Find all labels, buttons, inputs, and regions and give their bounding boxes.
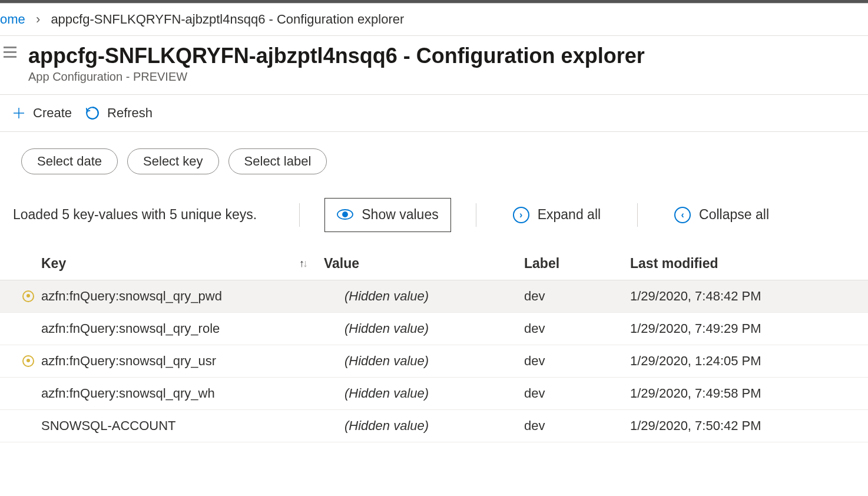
collapse-all-button[interactable]: ‹ Collapse all xyxy=(662,199,781,232)
table-row[interactable]: azfn:fnQuery:snowsql_qry_role(Hidden val… xyxy=(0,313,868,345)
cell-modified: 1/29/2020, 7:49:58 PM xyxy=(630,386,868,401)
cell-key: azfn:fnQuery:snowsql_qry_wh xyxy=(41,386,324,401)
select-key-filter[interactable]: Select key xyxy=(127,148,219,174)
create-button[interactable]: Create xyxy=(12,105,72,121)
divider xyxy=(476,203,476,227)
select-label-filter[interactable]: Select label xyxy=(228,148,327,174)
cell-label: dev xyxy=(524,418,630,434)
column-value[interactable]: Value xyxy=(324,256,524,272)
cell-value: (Hidden value) xyxy=(324,386,524,401)
eye-icon xyxy=(337,207,353,223)
cell-key: azfn:fnQuery:snowsql_qry_usr xyxy=(41,353,324,369)
keyvault-icon xyxy=(22,355,34,367)
divider xyxy=(299,203,300,227)
cell-modified: 1/29/2020, 7:50:42 PM xyxy=(630,418,868,434)
refresh-label: Refresh xyxy=(107,105,153,121)
cell-value: (Hidden value) xyxy=(324,353,524,369)
cell-label: dev xyxy=(524,353,630,369)
cell-value: (Hidden value) xyxy=(324,289,524,304)
keyvalue-table: Key ↑↓ Value Label Last modified azfn:fn… xyxy=(0,247,868,442)
status-text: Loaded 5 key-values with 5 unique keys. xyxy=(13,207,257,223)
expand-all-label: Expand all xyxy=(538,207,601,223)
column-key[interactable]: Key ↑↓ xyxy=(41,256,324,272)
create-label: Create xyxy=(33,105,72,121)
divider xyxy=(637,203,638,227)
cell-label: dev xyxy=(524,321,630,336)
collapse-all-label: Collapse all xyxy=(699,207,769,223)
column-label[interactable]: Label xyxy=(524,256,630,272)
table-row[interactable]: azfn:fnQuery:snowsql_qry_usr(Hidden valu… xyxy=(0,345,868,378)
toolbar: Create Refresh xyxy=(0,95,868,132)
chevron-right-icon: › xyxy=(513,207,529,223)
table-row[interactable]: azfn:fnQuery:snowsql_qry_pwd(Hidden valu… xyxy=(0,280,868,313)
refresh-icon xyxy=(85,105,100,121)
cell-value: (Hidden value) xyxy=(324,418,524,434)
cell-modified: 1/29/2020, 7:49:29 PM xyxy=(630,321,868,336)
page-subtitle: App Configuration - PREVIEW xyxy=(28,70,645,84)
cell-label: dev xyxy=(524,386,630,401)
show-values-button[interactable]: Show values xyxy=(324,198,450,232)
refresh-button[interactable]: Refresh xyxy=(85,105,153,121)
table-header: Key ↑↓ Value Label Last modified xyxy=(0,247,868,280)
breadcrumb-home-link[interactable]: ome xyxy=(0,12,25,27)
show-values-label: Show values xyxy=(362,207,438,223)
column-modified[interactable]: Last modified xyxy=(630,256,868,272)
page-title: appcfg-SNFLKQRYFN-ajbzptl4nsqq6 - Config… xyxy=(28,44,645,68)
chevron-left-icon: ‹ xyxy=(674,207,691,223)
svg-point-3 xyxy=(343,212,347,217)
keyvault-icon xyxy=(22,290,34,302)
cell-key: azfn:fnQuery:snowsql_qry_role xyxy=(41,321,324,336)
breadcrumb: ome › appcfg-SNFLKQRYFN-ajbzptl4nsqq6 - … xyxy=(0,4,868,36)
expand-all-button[interactable]: › Expand all xyxy=(501,199,612,232)
filter-row: Select date Select key Select label xyxy=(0,132,868,181)
cell-modified: 1/29/2020, 7:48:42 PM xyxy=(630,289,868,304)
page-header: appcfg-SNFLKQRYFN-ajbzptl4nsqq6 - Config… xyxy=(0,36,868,95)
sort-icon[interactable]: ↑↓ xyxy=(299,257,306,270)
cell-key: azfn:fnQuery:snowsql_qry_pwd xyxy=(41,289,324,304)
cell-key: SNOWSQL-ACCOUNT xyxy=(41,418,324,434)
table-row[interactable]: SNOWSQL-ACCOUNT(Hidden value)dev1/29/202… xyxy=(0,410,868,442)
breadcrumb-separator: › xyxy=(36,12,40,27)
cell-value: (Hidden value) xyxy=(324,321,524,336)
select-date-filter[interactable]: Select date xyxy=(21,148,118,174)
table-row[interactable]: azfn:fnQuery:snowsql_qry_wh(Hidden value… xyxy=(0,378,868,410)
breadcrumb-current: appcfg-SNFLKQRYFN-ajbzptl4nsqq6 - Config… xyxy=(51,12,404,27)
menu-icon[interactable] xyxy=(4,47,20,58)
plus-icon xyxy=(12,106,26,120)
cell-label: dev xyxy=(524,289,630,304)
cell-modified: 1/29/2020, 1:24:05 PM xyxy=(630,353,868,369)
status-row: Loaded 5 key-values with 5 unique keys. … xyxy=(0,181,868,238)
